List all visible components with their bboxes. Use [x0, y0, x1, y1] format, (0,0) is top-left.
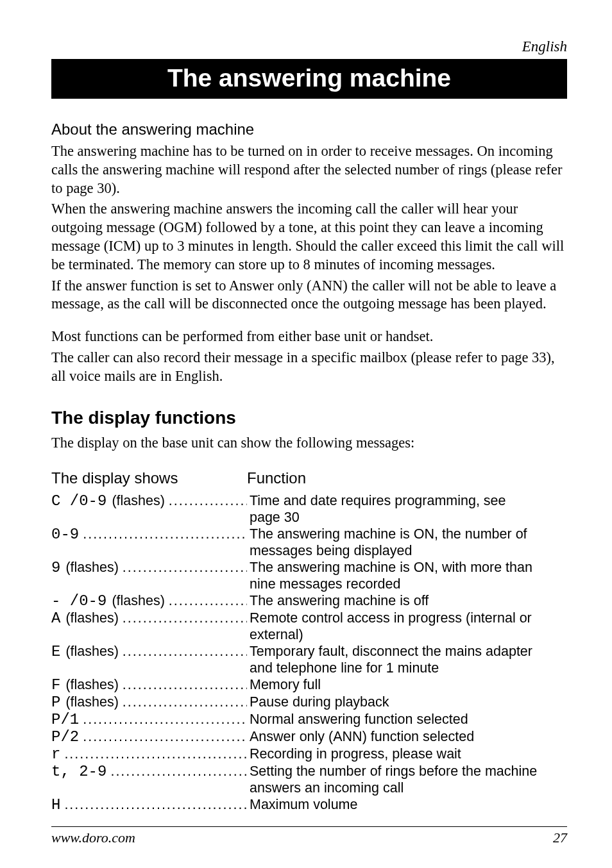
about-p4: Most functions can be performed from eit…	[51, 328, 567, 346]
display-code-cell: C /0-9 (flashes)	[51, 492, 247, 510]
function-cell: Normal answering function selected	[247, 712, 567, 728]
function-cell-continuation: nine messages recorded	[247, 576, 567, 592]
footer-page-number: 27	[553, 830, 567, 846]
table-row: P/1 Normal answering function selected	[51, 711, 567, 728]
table-row: r Recording in progress, please wait	[51, 746, 567, 763]
function-cell: Answer only (ANN) function selected	[247, 729, 567, 745]
page-title: The answering machine	[51, 59, 567, 99]
function-cell-continuation: answers an incoming call	[247, 780, 567, 796]
table-row: F (flashes) Memory full	[51, 676, 567, 694]
display-code-cell: P/2	[51, 728, 247, 746]
display-glyph: P/2	[51, 728, 79, 746]
display-code-cell: H	[51, 796, 247, 814]
display-code-cell: t, 2-9	[51, 763, 247, 780]
display-glyph: t, 2-9	[51, 763, 106, 780]
table-row: t, 2-9 Setting the number of rings befor…	[51, 763, 567, 780]
function-cell-continuation: page 30	[247, 510, 567, 526]
leader-dots	[123, 644, 247, 660]
table-header: The display shows Function	[51, 469, 567, 487]
leader-dots	[123, 694, 247, 710]
display-glyph: r	[51, 746, 60, 763]
flashes-label: (flashes)	[65, 560, 118, 576]
flashes-label: (flashes)	[112, 593, 164, 609]
display-glyph: F	[51, 676, 60, 694]
language-label: English	[51, 38, 567, 55]
display-glyph: P	[51, 694, 60, 711]
leader-dots	[169, 593, 247, 609]
flashes-label: (flashes)	[65, 644, 118, 660]
table-row: xpage 30	[51, 510, 567, 526]
leader-dots	[123, 677, 247, 693]
table-row: - /0-9 (flashes) The answering machine i…	[51, 592, 567, 610]
leader-dots	[123, 610, 247, 626]
display-code-cell: P/1	[51, 711, 247, 728]
table-row: E (flashes) Temporary fault, disconnect …	[51, 643, 567, 660]
flashes-label: (flashes)	[65, 610, 118, 626]
col-header-left: The display shows	[51, 469, 247, 487]
table-row: xnine messages recorded	[51, 576, 567, 592]
about-heading: About the answering machine	[51, 121, 567, 138]
display-glyph: C /0-9	[51, 492, 106, 510]
display-glyph: A	[51, 610, 60, 627]
function-cell: Remote control access in progress (inter…	[247, 610, 567, 626]
table-row: C /0-9 (flashes) Time and date requires …	[51, 492, 567, 510]
table-row: P/2 Answer only (ANN) function selected	[51, 728, 567, 746]
function-cell-continuation: messages being displayed	[247, 543, 567, 559]
function-cell: Memory full	[247, 677, 567, 693]
display-glyph: - /0-9	[51, 592, 106, 610]
flashes-label: (flashes)	[112, 493, 164, 509]
flashes-label: (flashes)	[65, 677, 118, 693]
display-glyph: E	[51, 643, 60, 660]
function-cell: Recording in progress, please wait	[247, 746, 567, 762]
function-cell: The answering machine is ON, with more t…	[247, 560, 567, 576]
about-p2: When the answering machine answers the i…	[51, 200, 567, 274]
table-row: 0-9 The answering machine is ON, the num…	[51, 526, 567, 543]
leader-dots	[83, 729, 247, 745]
display-code-cell: P (flashes)	[51, 694, 247, 711]
function-cell: Setting the number of rings before the m…	[247, 764, 567, 780]
about-p1: The answering machine has to be turned o…	[51, 142, 567, 197]
leader-dots	[83, 712, 247, 728]
col-header-right: Function	[247, 469, 306, 487]
about-p5: The caller can also record their message…	[51, 349, 567, 386]
table-row: 9 (flashes) The answering machine is ON,…	[51, 559, 567, 576]
leader-dots	[110, 764, 247, 780]
about-p3: If the answer function is set to Answer …	[51, 277, 567, 314]
function-cell: The answering machine is off	[247, 593, 567, 609]
display-glyph: 9	[51, 559, 60, 576]
footer-url: www.doro.com	[51, 830, 135, 846]
function-cell: Maximum volume	[247, 797, 567, 813]
display-code-cell: E (flashes)	[51, 643, 247, 660]
display-code-cell: r	[51, 746, 247, 763]
table-row: xanswers an incoming call	[51, 780, 567, 796]
page-footer: www.doro.com 27	[51, 826, 567, 846]
leader-dots	[169, 493, 247, 509]
leader-dots	[123, 560, 247, 576]
function-cell: The answering machine is ON, the number …	[247, 526, 567, 542]
table-row: xand telephone line for 1 minute	[51, 660, 567, 676]
display-functions-heading: The display functions	[51, 408, 567, 428]
table-row: xmessages being displayed	[51, 543, 567, 559]
leader-dots	[83, 526, 247, 542]
table-row: P (flashes) Pause during playback	[51, 694, 567, 711]
display-code-cell: 9 (flashes)	[51, 559, 247, 576]
function-cell-continuation: and telephone line for 1 minute	[247, 660, 567, 676]
display-glyph: H	[51, 796, 60, 814]
display-code-cell: F (flashes)	[51, 676, 247, 694]
function-cell: Temporary fault, disconnect the mains ad…	[247, 644, 567, 660]
leader-dots	[64, 797, 247, 813]
table-row: H Maximum volume	[51, 796, 567, 814]
display-table: C /0-9 (flashes) Time and date requires …	[51, 492, 567, 814]
display-glyph: P/1	[51, 711, 79, 728]
function-cell: Pause during playback	[247, 694, 567, 710]
table-row: A (flashes) Remote control access in pro…	[51, 610, 567, 627]
function-cell-continuation: external)	[247, 627, 567, 643]
display-functions-intro: The display on the base unit can show th…	[51, 435, 567, 451]
display-code-cell: - /0-9 (flashes)	[51, 592, 247, 610]
flashes-label: (flashes)	[65, 694, 118, 710]
display-code-cell: A (flashes)	[51, 610, 247, 627]
display-code-cell: 0-9	[51, 526, 247, 543]
leader-dots	[64, 746, 247, 762]
display-glyph: 0-9	[51, 526, 79, 543]
table-row: xexternal)	[51, 627, 567, 643]
